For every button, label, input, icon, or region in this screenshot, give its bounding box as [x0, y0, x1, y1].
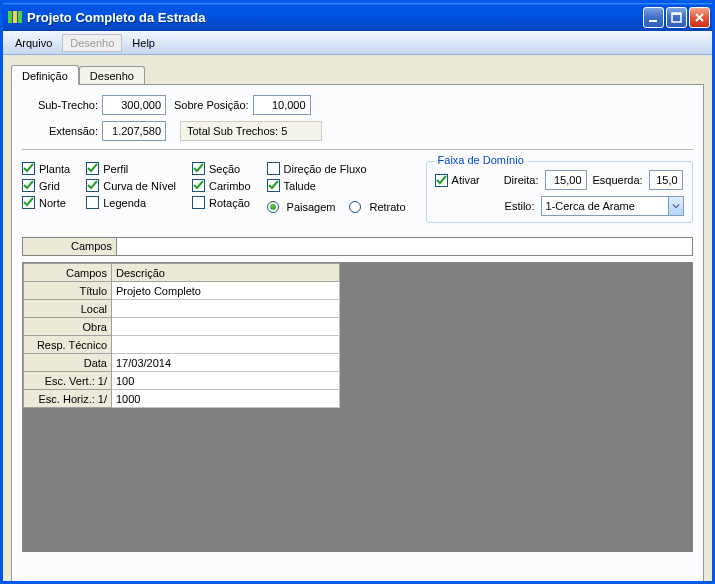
faixa-legend: Faixa de Domínio: [435, 154, 527, 166]
sub-trecho-label: Sub-Trecho:: [22, 99, 98, 111]
close-button[interactable]: [689, 7, 710, 28]
chk-rotacao-label: Rotação: [209, 197, 250, 209]
table-row: Data17/03/2014: [24, 354, 340, 372]
chk-curva-nivel-label: Curva de Nível: [103, 180, 176, 192]
estilo-combo[interactable]: 1-Cerca de Arame: [541, 196, 684, 216]
table-row: Campos Descrição: [24, 264, 340, 282]
chk-grid-label: Grid: [39, 180, 60, 192]
esquerda-input[interactable]: [649, 170, 683, 190]
app-icon: [7, 9, 23, 25]
data-grid[interactable]: Campos Descrição TítuloProjeto Completo …: [23, 263, 340, 408]
chk-grid[interactable]: [22, 179, 35, 192]
radio-retrato[interactable]: [349, 201, 361, 213]
chk-secao-label: Seção: [209, 163, 240, 175]
tab-panel-definicao: Sub-Trecho: Sobre Posição: Extensão: Tot…: [11, 84, 704, 581]
table-row: Esc. Horiz.: 1/1000: [24, 390, 340, 408]
data-grid-area: Campos Descrição TítuloProjeto Completo …: [22, 262, 693, 552]
options-area: Planta Grid Norte Perfil Curva de Nível …: [22, 161, 693, 223]
chk-ativar[interactable]: [435, 174, 448, 187]
chk-perfil[interactable]: [86, 162, 99, 175]
campos-header-field[interactable]: [117, 237, 693, 256]
chk-secao[interactable]: [192, 162, 205, 175]
menu-arquivo[interactable]: Arquivo: [7, 34, 60, 52]
chk-direcao-fluxo[interactable]: [267, 162, 280, 175]
direita-input[interactable]: [545, 170, 587, 190]
svg-rect-0: [8, 11, 12, 23]
checkbox-grid: Planta Grid Norte Perfil Curva de Nível …: [22, 161, 406, 215]
radio-retrato-label: Retrato: [369, 201, 405, 213]
grid-col-descricao: Descrição: [112, 264, 340, 282]
tab-definicao[interactable]: Definição: [11, 65, 79, 85]
tab-strip: Definição Desenho: [11, 63, 704, 84]
chk-legenda-label: Legenda: [103, 197, 146, 209]
chk-planta[interactable]: [22, 162, 35, 175]
menu-help[interactable]: Help: [124, 34, 163, 52]
chk-direcao-fluxo-label: Direção de Fluxo: [284, 163, 367, 175]
chk-planta-label: Planta: [39, 163, 70, 175]
chk-norte[interactable]: [22, 196, 35, 209]
chk-talude-label: Talude: [284, 180, 316, 192]
menu-bar: Arquivo Desenho Help: [3, 31, 712, 55]
sobre-posicao-label: Sobre Posição:: [174, 99, 249, 111]
app-window: Projeto Completo da Estrada Arquivo Dese…: [0, 0, 715, 584]
content-area: Definição Desenho Sub-Trecho: Sobre Posi…: [3, 55, 712, 581]
minimize-button[interactable]: [643, 7, 664, 28]
estilo-label: Estilo:: [505, 200, 535, 212]
tab-desenho[interactable]: Desenho: [79, 66, 145, 84]
window-title: Projeto Completo da Estrada: [27, 10, 643, 25]
top-fields-row2: Extensão: Total Sub Trechos: 5: [22, 121, 693, 141]
svg-rect-2: [18, 11, 22, 23]
chk-curva-nivel[interactable]: [86, 179, 99, 192]
chk-ativar-label: Ativar: [452, 174, 480, 186]
separator: [22, 149, 693, 151]
chk-talude[interactable]: [267, 179, 280, 192]
chevron-down-icon: [668, 197, 683, 215]
esquerda-label: Esquerda:: [593, 174, 643, 186]
chk-legenda[interactable]: [86, 196, 99, 209]
table-row: Local: [24, 300, 340, 318]
extensao-label: Extensão:: [22, 125, 98, 137]
svg-rect-3: [649, 20, 657, 22]
chk-norte-label: Norte: [39, 197, 66, 209]
chk-carimbo-label: Carimbo: [209, 180, 251, 192]
sobre-posicao-input[interactable]: [253, 95, 311, 115]
window-controls: [643, 7, 710, 28]
grid-col-campos: Campos: [24, 264, 112, 282]
radio-paisagem-label: Paisagem: [287, 201, 336, 213]
faixa-dominio-fieldset: Faixa de Domínio Ativar Direita: Esquerd…: [426, 161, 693, 223]
table-row: Resp. Técnico: [24, 336, 340, 354]
chk-perfil-label: Perfil: [103, 163, 128, 175]
extensao-input[interactable]: [102, 121, 166, 141]
table-row: TítuloProjeto Completo: [24, 282, 340, 300]
chk-carimbo[interactable]: [192, 179, 205, 192]
menu-desenho: Desenho: [62, 34, 122, 52]
title-bar: Projeto Completo da Estrada: [3, 3, 712, 31]
table-row: Obra: [24, 318, 340, 336]
radio-paisagem[interactable]: [267, 201, 279, 213]
total-sub-trechos: Total Sub Trechos: 5: [180, 121, 322, 141]
campos-header-row: Campos: [22, 237, 693, 256]
chk-rotacao[interactable]: [192, 196, 205, 209]
svg-rect-1: [13, 11, 17, 23]
svg-rect-5: [672, 13, 681, 15]
estilo-value: 1-Cerca de Arame: [542, 200, 668, 212]
direita-label: Direita:: [504, 174, 539, 186]
table-row: Esc. Vert.: 1/100: [24, 372, 340, 390]
sub-trecho-input[interactable]: [102, 95, 166, 115]
maximize-button[interactable]: [666, 7, 687, 28]
campos-header-label: Campos: [22, 237, 117, 256]
top-fields-row1: Sub-Trecho: Sobre Posição:: [22, 95, 693, 115]
